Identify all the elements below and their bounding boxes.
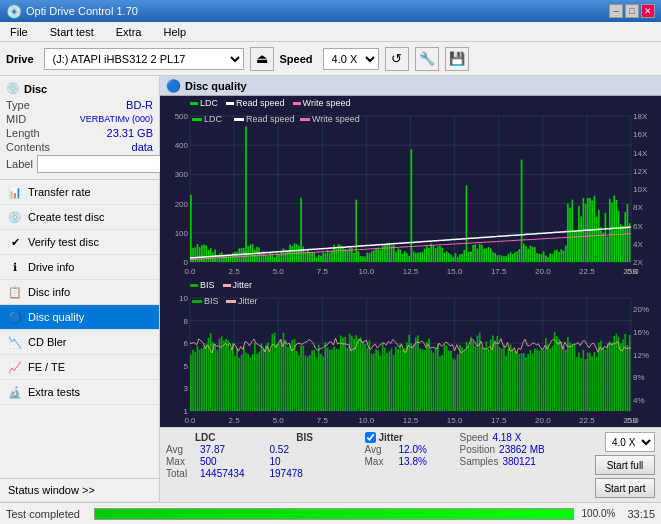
stats-ldc-total-row: Total 14457434 (166, 468, 245, 479)
speed-val: 4.18 X (492, 432, 521, 443)
disc-length-value: 23.31 GB (107, 127, 153, 139)
chart-bottom-legend: BIS Jitter (190, 280, 252, 290)
stats-jitter-header: Jitter (379, 432, 403, 443)
disc-mid-row: MID VERBATIMv (000) (6, 113, 153, 125)
sidebar-item-drive-info[interactable]: ℹ Drive info (0, 255, 159, 280)
sidebar-item-extra-tests-label: Extra tests (28, 386, 80, 398)
eject-button[interactable]: ⏏ (250, 47, 274, 71)
sidebar-item-disc-info-label: Disc info (28, 286, 70, 298)
samples-val: 380121 (502, 456, 535, 467)
disc-mid-label: MID (6, 113, 26, 125)
refresh-button[interactable]: ↺ (385, 47, 409, 71)
write-speed-legend: Write speed (293, 98, 351, 108)
stats-ldc-col: LDC Avg 37.87 Max 500 Total 14457434 (166, 432, 245, 479)
stats-bis-total-row: 197478 (270, 468, 340, 479)
stats-speed-col: Speed 4.18 X Position 23862 MB Samples 3… (460, 432, 545, 467)
speed-select-stats[interactable]: 4.0 X (605, 432, 655, 452)
menu-file[interactable]: File (4, 24, 34, 40)
save-button[interactable]: 💾 (445, 47, 469, 71)
read-speed-legend-dot (226, 102, 234, 105)
samples-row: Samples 380121 (460, 456, 545, 467)
sidebar-item-fe-te[interactable]: 📈 FE / TE (0, 355, 159, 380)
jitter-legend-dot (223, 284, 231, 287)
jitter-checkbox[interactable] (365, 432, 376, 443)
disc-label-input[interactable] (37, 155, 170, 173)
sidebar-item-create-test-disc[interactable]: 💿 Create test disc (0, 205, 159, 230)
bis-legend-label: BIS (200, 280, 215, 290)
disc-mid-value: VERBATIMv (000) (80, 114, 153, 124)
sidebar-item-extra-tests[interactable]: 🔬 Extra tests (0, 380, 159, 405)
stats-bis-max-row: 10 (270, 456, 340, 467)
disc-type-value: BD-R (126, 99, 153, 111)
titlebar-controls: – □ ✕ (609, 4, 655, 18)
stats-total-label: Total (166, 468, 196, 479)
sidebar-item-drive-info-label: Drive info (28, 261, 74, 273)
read-speed-legend: Read speed (226, 98, 285, 108)
fe-te-icon: 📈 (8, 360, 22, 374)
status-window-label: Status window >> (8, 484, 95, 496)
sidebar-item-verify-test-disc-label: Verify test disc (28, 236, 99, 248)
settings-button[interactable]: 🔧 (415, 47, 439, 71)
titlebar: 💿 Opti Drive Control 1.70 – □ ✕ (0, 0, 661, 22)
disc-length-label: Length (6, 127, 40, 139)
stats-jitter-avg: 12.0% (399, 444, 427, 455)
menu-help[interactable]: Help (157, 24, 192, 40)
menu-extra[interactable]: Extra (110, 24, 148, 40)
close-button[interactable]: ✕ (641, 4, 655, 18)
sidebar-item-disc-quality[interactable]: 🔵 Disc quality (0, 305, 159, 330)
chart-bottom: BIS Jitter (160, 278, 661, 427)
stats-bis-max: 10 (270, 456, 281, 467)
write-speed-legend-dot (293, 102, 301, 105)
position-val: 23862 MB (499, 444, 545, 455)
cd-bler-icon: 📉 (8, 335, 22, 349)
disc-contents-label: Contents (6, 141, 50, 153)
sidebar-item-disc-info[interactable]: 📋 Disc info (0, 280, 159, 305)
drive-select[interactable]: (J:) ATAPI iHBS312 2 PL17 (44, 48, 244, 70)
maximize-button[interactable]: □ (625, 4, 639, 18)
chart-top-legend: LDC Read speed Write speed (190, 98, 350, 108)
sidebar-item-cd-bler-label: CD Bler (28, 336, 67, 348)
ldc-legend-dot (190, 102, 198, 105)
sidebar-item-transfer-rate-label: Transfer rate (28, 186, 91, 198)
stats-ldc-total: 14457434 (200, 468, 245, 479)
disc-contents-row: Contents data (6, 141, 153, 153)
disc-icon: 💿 (6, 82, 20, 95)
bis-legend: BIS (190, 280, 215, 290)
read-speed-legend-label: Read speed (236, 98, 285, 108)
disc-quality-icon: 🔵 (8, 310, 22, 324)
chart-title-bar: 🔵 Disc quality (160, 76, 661, 96)
app-title: Opti Drive Control 1.70 (26, 5, 138, 17)
stats-jitter-avg-label: Avg (365, 444, 395, 455)
speed-select[interactable]: 4.0 X (323, 48, 379, 70)
toolbar: Drive (J:) ATAPI iHBS312 2 PL17 ⏏ Speed … (0, 42, 661, 76)
stats-jitter-max: 13.8% (399, 456, 427, 467)
start-full-button[interactable]: Start full (595, 455, 655, 475)
disc-contents-value: data (132, 141, 153, 153)
speed-key: Speed (460, 432, 489, 443)
statusbar: Test completed 100.0% 33:15 (0, 502, 661, 524)
minimize-button[interactable]: – (609, 4, 623, 18)
stats-ldc-avg: 37.87 (200, 444, 225, 455)
disc-info-panel: 💿 Disc Type BD-R MID VERBATIMv (000) Len… (0, 76, 159, 180)
stats-bis-total: 197478 (270, 468, 303, 479)
extra-tests-icon: 🔬 (8, 385, 22, 399)
stats-jitter-max-label: Max (365, 456, 395, 467)
start-part-button[interactable]: Start part (595, 478, 655, 498)
sidebar-item-status-window[interactable]: Status window >> (0, 478, 159, 502)
sidebar-item-verify-test-disc[interactable]: ✔ Verify test disc (0, 230, 159, 255)
sidebar-item-transfer-rate[interactable]: 📊 Transfer rate (0, 180, 159, 205)
sidebar-item-cd-bler[interactable]: 📉 CD Bler (0, 330, 159, 355)
stats-bis-header: BIS (270, 432, 340, 443)
stats-right: 4.0 X Start full Start part (595, 432, 655, 498)
stats-ldc-max-row: Max 500 (166, 456, 245, 467)
position-key: Position (460, 444, 496, 455)
progress-percent: 100.0% (582, 508, 616, 519)
chart-title: Disc quality (185, 80, 247, 92)
progress-bar-container (94, 508, 574, 520)
drive-label: Drive (6, 53, 34, 65)
stats-jitter-max-row: Max 13.8% (365, 456, 435, 467)
menu-start-test[interactable]: Start test (44, 24, 100, 40)
disc-label-row: Label ✎ (6, 155, 153, 173)
charts-area: LDC Read speed Write speed (160, 96, 661, 427)
stats-bis-col: BIS 0.52 10 197478 (270, 432, 340, 479)
